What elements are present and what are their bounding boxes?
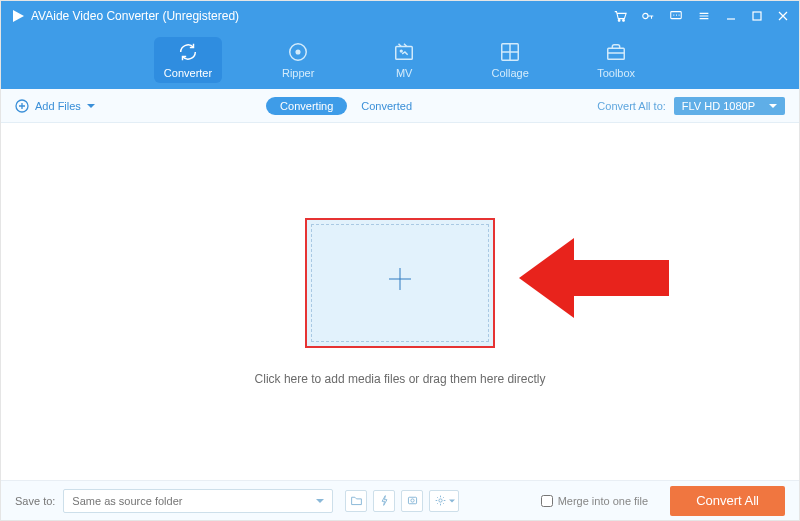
mv-icon [393,41,415,63]
svg-marker-20 [449,499,455,502]
svg-marker-13 [87,104,95,108]
app-window: AVAide Video Converter (Unregistered) Co… [0,0,800,521]
nav-ripper[interactable]: Ripper [268,37,328,83]
format-select[interactable]: FLV HD 1080P [674,97,785,115]
app-logo: AVAide Video Converter (Unregistered) [11,9,239,23]
nav-mv[interactable]: MV [374,37,434,83]
svg-point-18 [411,499,414,502]
svg-point-9 [400,50,402,52]
title-icons [613,9,789,23]
svg-point-2 [623,20,625,22]
bottom-bar: Save to: Same as source folder Merge int… [1,480,799,520]
chevron-down-icon [87,102,95,110]
bottom-icon-group [345,490,459,512]
nav-toolbox[interactable]: Toolbox [586,37,646,83]
convert-all-button[interactable]: Convert All [670,486,785,516]
svg-point-19 [439,499,442,502]
title-bar: AVAide Video Converter (Unregistered) [1,1,799,31]
svg-point-1 [618,20,620,22]
nav-label: Ripper [282,67,314,79]
nav-converter[interactable]: Converter [154,37,222,83]
nav-bar: Converter Ripper MV Collage Toolbox [1,31,799,89]
add-files-label: Add Files [35,100,81,112]
drop-area[interactable] [305,218,495,348]
svg-marker-15 [519,238,669,318]
folder-icon[interactable] [345,490,367,512]
merge-checkbox-input[interactable] [541,495,553,507]
svg-marker-0 [13,10,24,22]
instruction-text: Click here to add media files or drag th… [255,372,546,386]
play-logo-icon [11,9,25,23]
nav-label: Toolbox [597,67,635,79]
collage-icon [499,41,521,63]
ripper-icon [287,41,309,63]
annotation-arrow [519,233,669,327]
tab-converted[interactable]: Converted [347,97,426,115]
add-files-button[interactable]: Add Files [15,99,95,113]
chevron-down-icon [316,497,324,505]
merge-label: Merge into one file [558,495,649,507]
format-value: FLV HD 1080P [682,100,755,112]
capture-icon[interactable] [401,490,423,512]
message-icon[interactable] [669,9,683,23]
svg-point-7 [296,50,300,54]
key-icon[interactable] [641,9,655,23]
toolbox-icon [605,41,627,63]
save-to-select[interactable]: Same as source folder [63,489,333,513]
status-tabs: Converting Converted [95,97,597,115]
nav-collage[interactable]: Collage [480,37,540,83]
nav-label: Converter [164,67,212,79]
minimize-icon[interactable] [725,10,737,22]
nav-label: Collage [491,67,528,79]
chevron-down-icon [769,102,777,110]
app-title: AVAide Video Converter (Unregistered) [31,9,239,23]
save-to-label: Save to: [15,495,55,507]
svg-rect-5 [753,12,761,20]
menu-icon[interactable] [697,9,711,23]
toolbar: Add Files Converting Converted Convert A… [1,89,799,123]
svg-rect-17 [408,497,416,504]
close-icon[interactable] [777,10,789,22]
plus-circle-icon [15,99,29,113]
nav-label: MV [396,67,413,79]
cart-icon[interactable] [613,9,627,23]
svg-marker-16 [316,499,324,503]
save-to-value: Same as source folder [72,495,182,507]
convert-all-to: Convert All to: FLV HD 1080P [597,97,785,115]
svg-rect-11 [608,48,625,59]
maximize-icon[interactable] [751,10,763,22]
merge-checkbox[interactable]: Merge into one file [541,495,649,507]
drop-area-border [311,224,489,342]
settings-icon[interactable] [429,490,459,512]
convert-all-to-label: Convert All to: [597,100,665,112]
converter-icon [177,41,199,63]
tab-converting[interactable]: Converting [266,97,347,115]
svg-point-3 [643,13,648,18]
arrow-icon [519,233,669,323]
flash-icon[interactable] [373,490,395,512]
main-area: Click here to add media files or drag th… [1,123,799,480]
svg-marker-14 [769,104,777,108]
